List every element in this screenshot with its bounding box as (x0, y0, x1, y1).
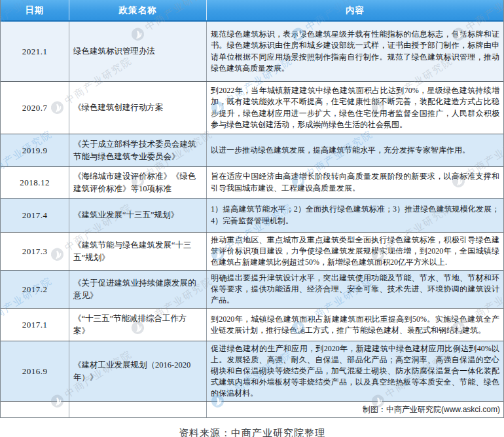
policy-table: 日期 政策名称 内容 2021.1 绿色建筑标识管理办法 规范绿色建筑标识，表示… (0, 0, 504, 418)
table-row: 2018.12 《海绵城市建设评价标准》《绿色建筑评价标准》等10项标准 旨在适… (1, 167, 503, 199)
date-cell: 2019.9 (1, 134, 69, 166)
date-cell: 2017.1 (1, 309, 69, 341)
content-text: 推动重点地区、重点城市及重点建筑类型全面执行绿色建筑标准，积极引导绿色建筑评价标… (211, 235, 499, 268)
content-text: 旨在适应中国经济由高速增长阶段转向高质量发展阶段的新要求，以高标准支撑和引导我国… (211, 171, 499, 193)
table-row: 2020.7 《绿色建筑创建行动方案 到2022年，当年城镇新建建筑中绿色建筑面… (1, 82, 503, 134)
table-row: 2017.2 《关于促进建筑业持续健康发展的意见》 明确提出要提升津筑设计水平，… (1, 271, 503, 309)
content-cell: 旨在适应中国经济由高速增长阶段转向高质量发展阶段的新要求，以高标准支撑和引导我国… (206, 167, 503, 198)
header-cell-date: 日期 (1, 0, 69, 20)
date-cell: 2021.1 (1, 22, 69, 81)
date-cell: 2020.7 (1, 82, 69, 134)
policy-cell: 绿色建筑标识管理办法 (69, 22, 206, 81)
date-cell: 2017.2 (1, 271, 69, 308)
table-row: 2017.1 《“十三五”节能减排综合工作方案》 到2020年，城镇绿色建筑面积… (1, 309, 503, 341)
header-cell-content: 内容 (206, 0, 503, 20)
header-cell-policy: 政策名称 (69, 0, 206, 20)
table-row: 2016.9 《建材工业发展规划（2016-2020年）》 促进绿色建材的生产和… (1, 341, 503, 402)
content-cell: 到2020年，城镇绿色建筑面积占新建建筑面积比重提高到50%。实施绿色建筑全产业… (206, 309, 503, 341)
policy-cell (69, 402, 206, 417)
table-row: 2021.1 绿色建筑标识管理办法 规范绿色建筑标识，表示绿色建筑星级并载有性能… (1, 22, 503, 82)
content-cell: 规范绿色建筑标识，表示绿色建筑星级并载有性能指标的信息标志，包括标牌和证书。绿色… (206, 22, 503, 81)
date-cell: 2016.9 (1, 341, 69, 401)
policy-cell: 《关于促进建筑业持续健康发展的意见》 (69, 271, 206, 308)
date-cell (1, 402, 69, 417)
credit-note: 制图：中商产业研究院(www.askci.com) (206, 402, 503, 417)
date-cell: 2018.12 (1, 167, 69, 198)
content-cell: 以进一步推动绿色建筑发展，提高建筑节能水平，充分发挥专家智库作用。 (206, 134, 503, 166)
content-cell: 推动重点地区、重点城市及重点建筑类型全面执行绿色建筑标准，积极引导绿色建筑评价标… (206, 233, 503, 270)
page: 日期 政策名称 内容 2021.1 绿色建筑标识管理办法 规范绿色建筑标识，表示… (0, 0, 504, 437)
policy-cell: 《绿色建筑创建行动方案 (69, 82, 206, 134)
table-row: 2017.4 《建筑业发展“十三五”规划》 1）提高建筑节能水平；2）全面执行绿… (1, 199, 503, 233)
policy-cell: 《海绵城市建设评价标准》《绿色建筑评价标准》等10项标准 (69, 167, 206, 198)
content-cell: 促进绿色建材的生产和应用，到2020年，新建建筑中绿色建材应用比例达到40%以上… (206, 341, 503, 401)
date-cell: 2017.4 (1, 199, 69, 232)
date-cell: 2017.3 (1, 233, 69, 270)
source-note: 资料来源：中商产业研究院整理 (0, 427, 504, 437)
policy-cell: 《关于成立部科学技术委员会建筑节能与绿色建筑专业委员会》 (69, 134, 206, 166)
content-cell: 明确提出要提升津筑设计水平，突出建筑使用功能及节能、节水、节地、节材和环保等要求… (206, 271, 503, 308)
table-header: 日期 政策名称 内容 (1, 0, 503, 22)
table-row: 2017.3 《建筑节能与绿色建筑发展“十三五”规划》 推动重点地区、重点城市及… (1, 233, 503, 271)
content-text: 1）提高建筑节能水平；2）全面执行绿色建筑标准；3）推进绿色建筑规模化发展；4）… (211, 204, 499, 226)
policy-cell: 《“十三五”节能减排综合工作方案》 (69, 309, 206, 341)
credit-row: 制图：中商产业研究院(www.askci.com) (1, 402, 503, 417)
content-text: 明确提出要提升津筑设计水平，突出建筑使用功能及节能、节水、节地、节材和环保等要求… (211, 273, 499, 306)
table-row: 2019.9 《关于成立部科学技术委员会建筑节能与绿色建筑专业委员会》 以进一步… (1, 134, 503, 167)
policy-cell: 《建筑业发展“十三五”规划》 (69, 199, 206, 232)
content-cell: 到2022年，当年城镇新建建筑中绿色建筑面积占比达到70%，星级绿色建筑持续增加… (206, 82, 503, 134)
content-text: 促进绿色建材的生产和应用，到2020年，新建建筑中绿色建材应用比例达到40%以上… (211, 343, 499, 399)
content-text: 规范绿色建筑标识，表示绿色建筑星级并载有性能指标的信息标志，包括标牌和证书。绿色… (211, 29, 499, 73)
content-text: 到2020年，城镇绿色建筑面积占新建建筑面积比重提高到50%。实施绿色建筑全产业… (211, 314, 499, 336)
content-text: 到2022年，当年城镇新建建筑中绿色建筑面积占比达到70%，星级绿色建筑持续增加… (211, 85, 499, 130)
content-cell: 1）提高建筑节能水平；2）全面执行绿色建筑标准；3）推进绿色建筑规模化发展；4）… (206, 199, 503, 232)
policy-cell: 《建筑节能与绿色建筑发展“十三五”规划》 (69, 233, 206, 270)
policy-cell: 《建材工业发展规划（2016-2020年）》 (69, 341, 206, 401)
content-text: 以进一步推动绿色建筑发展，提高建筑节能水平，充分发挥专家智库作用。 (211, 145, 499, 156)
